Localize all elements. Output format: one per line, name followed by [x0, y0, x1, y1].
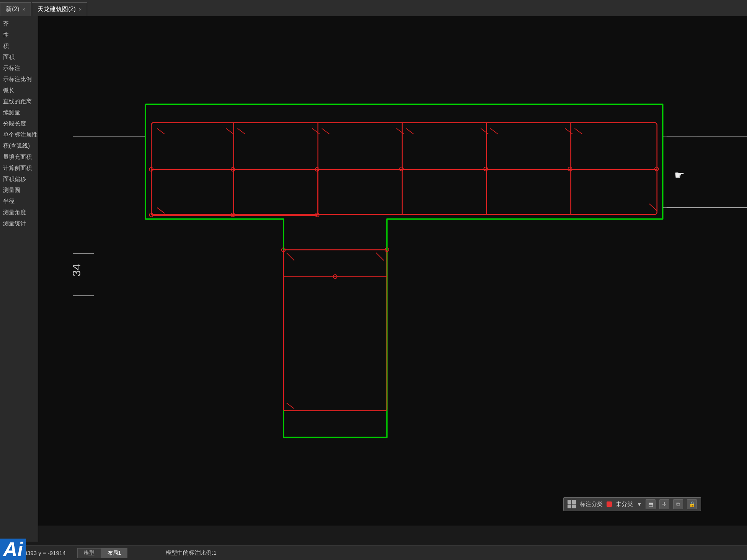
menu-qi[interactable]: 齐: [0, 18, 38, 29]
left-panel: 齐 性 积 面积 示标注 示标注比例 弧长 直线的距离 续测量 分段长度 单个标…: [0, 16, 38, 542]
annotation-export-btn[interactable]: ⬒: [646, 499, 656, 509]
menu-celiang-tongji[interactable]: 测量统计: [0, 218, 38, 229]
annotation-grid-icon: [568, 500, 576, 508]
menu-celiang-jiaodu[interactable]: 测量角度: [0, 207, 38, 218]
menu-zhixian-juli[interactable]: 直线的距离: [0, 96, 38, 107]
menu-banjing[interactable]: 半径: [0, 196, 38, 207]
tab-tianlongjianzhtu-label: 天龙建筑图(2): [38, 5, 76, 13]
menu-ji[interactable]: 积: [0, 41, 38, 52]
svg-text:34: 34: [70, 264, 83, 277]
menu-ji-huxian[interactable]: 积(含弧线): [0, 140, 38, 151]
tab-new-close[interactable]: ×: [23, 7, 26, 12]
tab-tianlongjianzhtu-close[interactable]: ×: [79, 7, 82, 12]
menu-mianji[interactable]: 面积: [0, 52, 38, 63]
tab-bar: 新(2) × 天龙建筑图(2) ×: [0, 0, 747, 16]
menu-liang-tianchong[interactable]: 量填充面积: [0, 151, 38, 163]
model-tab[interactable]: 模型: [77, 548, 101, 558]
annotation-copy-btn[interactable]: ⧉: [673, 499, 683, 509]
scale-info: 模型中的标注比例:1: [166, 549, 217, 557]
menu-xing[interactable]: 性: [0, 29, 38, 41]
menu-celiang-yuan[interactable]: 测量圆: [0, 185, 38, 196]
menu-shibiaozhu[interactable]: 示标注: [0, 63, 38, 74]
menu-fenduan-changdu[interactable]: 分段长度: [0, 118, 38, 129]
annotation-status-label: 未分类: [616, 501, 633, 508]
menu-mianji-pianyi[interactable]: 面积偏移: [0, 174, 38, 185]
svg-text:☛: ☛: [674, 169, 685, 181]
coord-y: -91914: [48, 550, 66, 556]
annotation-lock-btn[interactable]: 🔒: [687, 499, 697, 509]
tab-tianlongjianzhtu[interactable]: 天龙建筑图(2) ×: [32, 2, 87, 16]
menu-huchang[interactable]: 弧长: [0, 85, 38, 96]
annotation-move-btn[interactable]: ✛: [659, 499, 669, 509]
cad-drawing: 34: [38, 16, 747, 526]
tab-new[interactable]: 新(2) ×: [0, 2, 31, 16]
status-bar: x = -4303393 y = -91914 模型 布局1 模型中的标注比例:…: [0, 545, 747, 560]
menu-jisuan-cemianji[interactable]: 计算侧面积: [0, 163, 38, 174]
annotation-classify-label: 标注分类: [580, 501, 603, 508]
svg-rect-0: [38, 16, 747, 525]
menu-dange-shuxing[interactable]: 单个标注属性: [0, 129, 38, 140]
menu-shibiaozhu-bili[interactable]: 示标注比例: [0, 74, 38, 85]
menu-xu-celiang[interactable]: 续测量: [0, 107, 38, 118]
ai-brand-label: Ai: [0, 539, 26, 560]
layout1-tab[interactable]: 布局1: [101, 548, 128, 558]
tab-new-label: 新(2): [6, 5, 20, 13]
layout-tabs: 模型 布局1: [77, 548, 128, 558]
canvas-area[interactable]: 34: [38, 16, 747, 526]
annotation-bar: 标注分类 未分类 ▼ ⬒ ✛ ⧉ 🔒: [563, 497, 701, 511]
annotation-dropdown-btn[interactable]: ▼: [637, 501, 642, 507]
annotation-status-color: [607, 501, 612, 507]
